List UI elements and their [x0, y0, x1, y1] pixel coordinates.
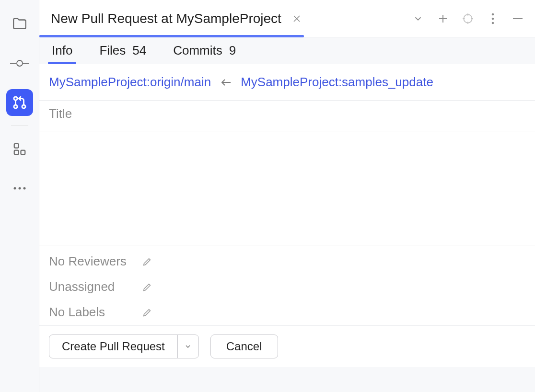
minimize-icon[interactable]	[511, 12, 524, 25]
source-branch-link[interactable]: MySampleProject:samples_update	[241, 75, 433, 90]
project-tool-button[interactable]	[6, 11, 33, 37]
assignee-row: Unassigned	[49, 279, 525, 294]
cancel-button[interactable]: Cancel	[210, 334, 278, 358]
svg-rect-7	[14, 150, 18, 155]
svg-point-1	[17, 60, 23, 66]
branch-selector-row: MySampleProject:origin/main MySampleProj…	[39, 64, 535, 101]
pull-request-icon	[12, 94, 28, 111]
main-panel: New Pull Request at MySampleProject	[39, 0, 535, 392]
metadata-block: No Reviewers Unassigned No Labels	[39, 245, 535, 326]
rail-separator	[11, 126, 28, 126]
commit-tool-button[interactable]	[6, 50, 33, 77]
pr-title-input[interactable]	[49, 106, 525, 121]
edit-labels-button[interactable]	[141, 306, 153, 319]
labels-label: No Labels	[49, 305, 131, 320]
assignee-label: Unassigned	[49, 279, 131, 294]
svg-point-3	[13, 97, 17, 100]
left-tool-rail	[0, 0, 39, 392]
pr-subtabs: Info Files 54 Commits 9	[39, 37, 535, 64]
tool-window-tab[interactable]: New Pull Request at MySampleProject	[39, 0, 302, 37]
target-branch-link[interactable]: MySampleProject:origin/main	[49, 75, 211, 90]
svg-rect-8	[21, 150, 25, 155]
svg-point-16	[464, 14, 472, 23]
description-row	[39, 131, 535, 245]
more-icon	[13, 186, 26, 190]
folder-icon	[12, 16, 28, 32]
create-pr-split-button: Create Pull Request	[49, 334, 199, 358]
create-pr-dropdown-button[interactable]	[177, 335, 198, 358]
add-icon[interactable]	[436, 12, 450, 25]
close-tab-button[interactable]	[292, 14, 302, 23]
kebab-menu-icon[interactable]	[486, 12, 500, 25]
edit-reviewers-button[interactable]	[141, 255, 153, 268]
pr-description-input[interactable]	[49, 139, 525, 237]
edit-assignee-button[interactable]	[141, 281, 153, 293]
svg-point-22	[492, 17, 494, 20]
pull-requests-tool-button[interactable]	[6, 89, 33, 116]
svg-point-4	[13, 105, 17, 108]
tab-files[interactable]: Files 54	[96, 37, 149, 64]
chevron-down-icon[interactable]	[411, 12, 425, 25]
svg-point-5	[22, 105, 25, 108]
svg-point-11	[23, 187, 25, 190]
reviewers-row: No Reviewers	[49, 254, 525, 269]
create-pr-button[interactable]: Create Pull Request	[49, 335, 177, 358]
commit-icon	[10, 58, 29, 68]
footer-actions: Create Pull Request Cancel	[39, 326, 535, 367]
title-field-row	[39, 101, 535, 131]
structure-icon	[12, 142, 27, 156]
labels-row: No Labels	[49, 305, 525, 320]
svg-rect-6	[14, 144, 18, 148]
tool-window-titlebar: New Pull Request at MySampleProject	[39, 0, 535, 37]
structure-tool-button[interactable]	[6, 136, 33, 162]
tab-info[interactable]: Info	[49, 37, 75, 64]
svg-point-10	[18, 187, 21, 190]
tab-commits[interactable]: Commits 9	[170, 37, 239, 64]
more-tools-button[interactable]	[6, 175, 33, 202]
arrow-left-icon	[221, 78, 231, 87]
reviewers-label: No Reviewers	[49, 254, 131, 269]
target-icon[interactable]	[461, 12, 475, 25]
tool-window-tab-title: New Pull Request at MySampleProject	[51, 11, 281, 26]
svg-point-21	[492, 13, 494, 15]
svg-point-23	[492, 22, 494, 24]
svg-point-9	[13, 187, 16, 190]
